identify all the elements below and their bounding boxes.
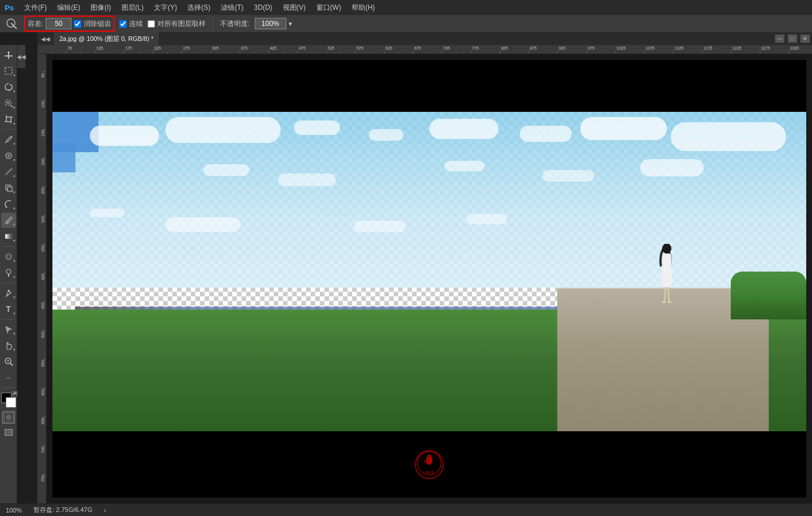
toolbar-separator-3: [2, 283, 15, 283]
screen-mode-btn[interactable]: [1, 425, 16, 440]
menu-item-edit[interactable]: 编辑(E): [52, 2, 85, 14]
cloud-9: [203, 164, 250, 176]
cloud-16: [354, 221, 406, 232]
svg-text:600: 600: [41, 389, 45, 396]
status-bar: 100% 暂存盘: 2.75G/6.47G ›: [0, 503, 812, 516]
menu-item-image[interactable]: 图像(I): [86, 2, 115, 14]
window-maximize-btn[interactable]: □: [788, 35, 797, 43]
quick-selection-tool-btn[interactable]: ▾: [1, 96, 16, 111]
type-tool-btn[interactable]: T ▾: [1, 302, 16, 317]
blur-tool-btn[interactable]: ▾: [1, 249, 16, 264]
svg-text:450: 450: [41, 302, 45, 309]
svg-text:725: 725: [443, 47, 450, 51]
svg-rect-18: [7, 187, 12, 191]
eraser-tool-btn[interactable]: ▾: [1, 213, 16, 228]
blue-patch-2: [52, 144, 75, 172]
svg-rect-21: [5, 234, 12, 239]
sample-all-layers-checkbox[interactable]: [148, 20, 155, 28]
svg-text:125: 125: [96, 47, 103, 51]
color-swatches[interactable]: ⇄: [1, 393, 16, 408]
menu-item-window[interactable]: 窗口(W): [312, 2, 346, 14]
canvas-area[interactable]: 摄影师: [47, 54, 812, 503]
clone-stamp-tool-btn[interactable]: ▾: [1, 180, 16, 195]
svg-text:625: 625: [386, 47, 392, 51]
disk-label: 暂存盘:: [33, 506, 54, 513]
app-icon: Ps: [5, 3, 14, 12]
more-tools-btn[interactable]: ···: [1, 370, 16, 385]
marquee-tool-btn[interactable]: ▾: [1, 63, 16, 78]
dodge-tool-btn[interactable]: ▾: [1, 265, 16, 280]
svg-text:摄影师: 摄影师: [425, 470, 434, 474]
menu-item-3d[interactable]: 3D(D): [250, 2, 277, 13]
vertical-ruler: 50 100 150 200 250 300 350 400 450 500 5…: [37, 54, 47, 503]
horizontal-ruler: 75 125 175 225 275 325 375 425 475 525 5…: [37, 45, 812, 54]
window-close-btn[interactable]: ✕: [800, 35, 810, 43]
menu-item-file[interactable]: 文件(F): [20, 2, 51, 14]
lasso-tool-btn[interactable]: ▾: [1, 80, 16, 95]
doc-tab-active[interactable]: 2a.jpg @ 100% (图层 0, RGB/8) *: [54, 32, 160, 45]
svg-text:500: 500: [41, 331, 45, 338]
svg-rect-3: [5, 67, 12, 74]
contiguous-group: 连续: [119, 19, 143, 29]
cloud-12: [542, 170, 594, 182]
svg-text:875: 875: [530, 47, 537, 51]
zoom-level: 100%: [6, 507, 22, 514]
brush-tool-btn[interactable]: ▾: [1, 164, 16, 179]
collapse-handle[interactable]: ◀◀: [17, 45, 25, 68]
move-tool-btn[interactable]: [1, 47, 16, 62]
options-bar: 容差: 消除锯齿 连续 对所有图层取样 不透明度: ▼: [0, 15, 812, 32]
contiguous-checkbox[interactable]: [119, 20, 127, 28]
tolerance-input[interactable]: [46, 18, 71, 29]
menu-item-filter[interactable]: 滤镜(T): [216, 2, 248, 14]
zoom-tool-btn[interactable]: [1, 354, 16, 369]
path-selection-tool-btn[interactable]: ▾: [1, 322, 16, 337]
trees-right: [731, 272, 806, 319]
gradient-tool-btn[interactable]: ▾: [1, 229, 16, 244]
svg-text:750: 750: [41, 475, 45, 482]
status-arrow[interactable]: ›: [104, 507, 106, 514]
menu-item-help[interactable]: 帮助(H): [347, 2, 380, 14]
svg-point-24: [6, 269, 11, 274]
svg-text:1025: 1025: [617, 47, 626, 51]
window-minimize-btn[interactable]: —: [775, 35, 784, 43]
person-silhouette: [655, 244, 678, 313]
menu-item-select[interactable]: 选择(S): [183, 2, 215, 14]
opacity-input[interactable]: [255, 18, 286, 29]
swap-colors-btn[interactable]: ⇄: [13, 391, 17, 396]
svg-text:575: 575: [357, 47, 364, 51]
tab-controls: — □ ✕: [775, 35, 810, 43]
antialias-checkbox[interactable]: [74, 20, 81, 28]
history-brush-tool-btn[interactable]: ▾: [1, 197, 16, 212]
svg-text:150: 150: [41, 130, 45, 137]
background-color[interactable]: [6, 397, 16, 408]
svg-text:1175: 1175: [703, 47, 712, 51]
collapse-panels-btn[interactable]: ◀◀: [40, 33, 51, 44]
canvas-black-bar-top: [52, 60, 806, 112]
image-area[interactable]: [52, 112, 806, 431]
eyedropper-tool-btn[interactable]: ▾: [1, 132, 16, 147]
cloud-13: [640, 159, 704, 176]
disk-value: 2.75G/6.47G: [56, 506, 92, 513]
svg-text:1275: 1275: [761, 47, 771, 51]
opacity-dropdown-arrow[interactable]: ▼: [288, 21, 293, 27]
watermark: 摄影师: [415, 450, 444, 479]
svg-text:375: 375: [241, 47, 248, 51]
svg-point-23: [7, 255, 10, 258]
svg-line-136: [668, 287, 669, 302]
svg-text:525: 525: [327, 47, 334, 51]
tab-bar: ◀◀ 2a.jpg @ 100% (图层 0, RGB/8) * — □ ✕: [37, 32, 812, 45]
quick-mask-btn[interactable]: [2, 411, 15, 424]
toolbar-separator-4: [2, 319, 15, 319]
hand-tool-btn[interactable]: ▾: [1, 338, 16, 353]
cloud-3: [294, 120, 340, 135]
svg-rect-34: [6, 431, 11, 434]
menu-item-type[interactable]: 文字(Y): [149, 2, 182, 14]
crop-tool-btn[interactable]: ▾: [1, 112, 16, 127]
svg-line-1: [11, 23, 17, 29]
pen-tool-btn[interactable]: ▾: [1, 285, 16, 300]
sky-section: [52, 112, 806, 288]
menu-item-layer[interactable]: 图层(L): [117, 2, 149, 14]
menu-item-view[interactable]: 视图(V): [278, 2, 311, 14]
healing-brush-tool-btn[interactable]: ▾: [1, 148, 16, 163]
cloud-14: [90, 209, 124, 217]
